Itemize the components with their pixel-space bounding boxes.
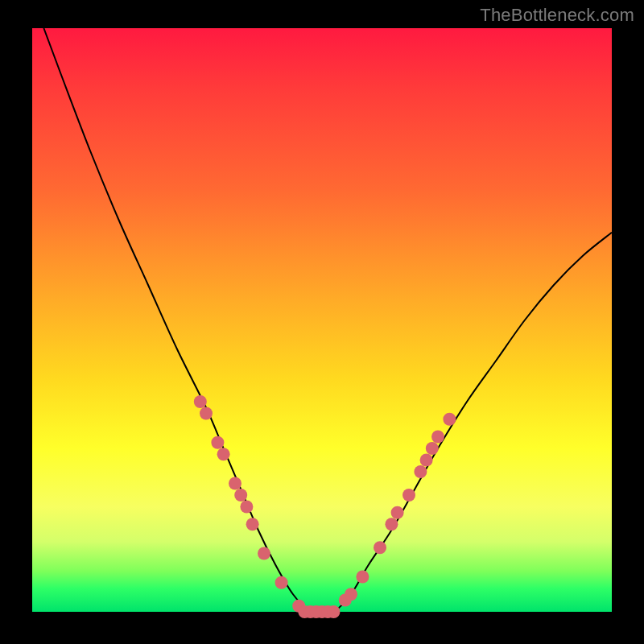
data-marker — [246, 518, 259, 530]
watermark-text: TheBottleneck.com — [480, 5, 634, 26]
data-marker — [258, 547, 270, 560]
data-marker — [229, 477, 242, 490]
data-marker — [211, 436, 224, 449]
marker-group — [194, 395, 456, 618]
data-marker — [420, 454, 433, 467]
data-marker — [194, 395, 207, 408]
data-marker — [391, 506, 404, 519]
data-marker — [402, 489, 415, 502]
data-marker — [385, 518, 398, 530]
plot-area — [32, 28, 612, 612]
data-marker — [431, 431, 444, 444]
data-marker — [217, 448, 230, 460]
data-marker — [443, 413, 456, 426]
bottleneck-curve — [43, 28, 612, 613]
data-marker — [240, 501, 253, 514]
data-marker — [345, 588, 357, 601]
data-marker — [356, 571, 369, 584]
chart-frame: TheBottleneck.com — [0, 0, 644, 644]
data-marker — [327, 605, 340, 618]
chart-svg — [32, 28, 612, 612]
data-marker — [374, 541, 386, 554]
data-marker — [275, 576, 288, 589]
data-marker — [234, 489, 247, 502]
data-marker — [426, 442, 439, 455]
data-marker — [414, 465, 427, 478]
data-marker — [200, 407, 213, 420]
